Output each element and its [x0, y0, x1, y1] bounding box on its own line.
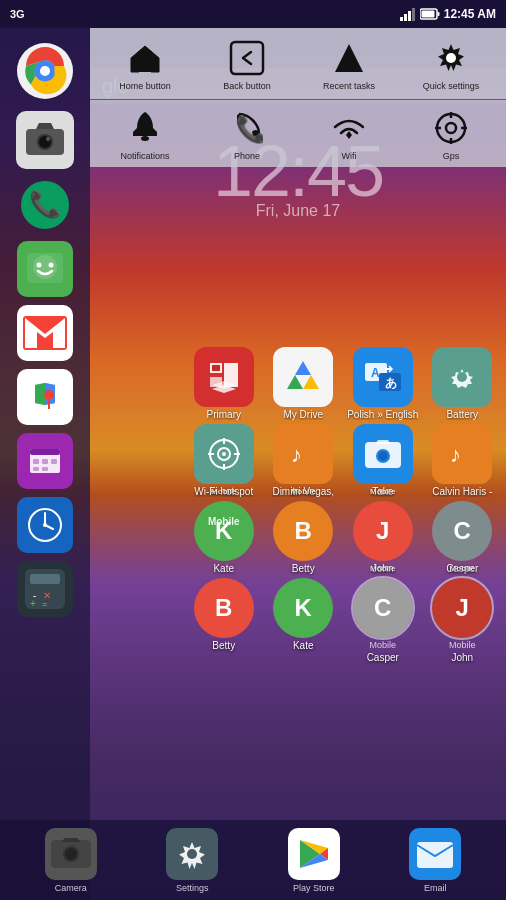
dock-email-icon	[413, 832, 457, 876]
battery-settings-icon	[440, 355, 484, 399]
sidebar-phone[interactable]: 📞	[17, 177, 73, 233]
kate1-avatar: Mobile K Mobile	[194, 501, 254, 561]
toggle-gps[interactable]: Gps	[400, 108, 502, 161]
quick-bar-home[interactable]: Home button	[94, 36, 196, 93]
svg-rect-0	[400, 17, 403, 21]
clock-icon	[23, 503, 67, 547]
svg-rect-6	[421, 11, 434, 18]
notifications-label: Notifications	[120, 151, 169, 161]
svg-point-71	[457, 372, 467, 382]
svg-rect-33	[51, 459, 57, 464]
betty1-avatar: B Mobile	[273, 501, 333, 561]
camera-app-icon	[361, 432, 405, 476]
svg-point-95	[187, 849, 197, 859]
app-battery[interactable]: Battery	[423, 347, 503, 420]
quick-bar-back[interactable]: Back button	[196, 36, 298, 93]
calculator-icon: - ✕ + =	[25, 569, 65, 609]
toggle-wifi[interactable]: Wifi	[298, 108, 400, 161]
betty1-initial: B	[295, 517, 312, 545]
messenger-icon	[25, 249, 65, 289]
svg-text:♪: ♪	[450, 442, 461, 467]
svg-rect-3	[412, 8, 415, 21]
dock-email[interactable]: Email	[409, 828, 461, 893]
svg-rect-35	[42, 467, 48, 471]
sidebar-clock[interactable]	[17, 497, 73, 553]
sidebar-camera[interactable]	[16, 111, 74, 169]
svg-text:=: =	[42, 599, 47, 609]
contact-betty1[interactable]: B Mobile Betty	[264, 501, 344, 574]
bottom-dock: Camera Settings Play Store	[0, 820, 506, 900]
sidebar-calculator[interactable]: - ✕ + =	[17, 561, 73, 617]
john1-avatar: J Mobile	[353, 501, 413, 561]
phone-icon: 📞	[227, 108, 267, 148]
kate1-mobile-badge: Mobile	[211, 487, 236, 496]
kate1-sublabel: Mobile	[208, 516, 240, 527]
svg-rect-48	[231, 42, 263, 74]
signal-icon	[400, 7, 416, 21]
casper2-sublabel: Mobile	[369, 640, 396, 650]
svg-rect-1	[404, 14, 407, 21]
toggle-phone[interactable]: 📞 Phone	[196, 108, 298, 161]
sidebar-gmail[interactable]	[17, 305, 73, 361]
svg-point-54	[446, 123, 456, 133]
contact-betty2[interactable]: B Betty	[184, 578, 264, 651]
dock-playstore-label: Play Store	[293, 883, 335, 893]
svg-point-93	[65, 848, 77, 860]
sidebar-messenger[interactable]	[17, 241, 73, 297]
sidebar-maps[interactable]	[17, 369, 73, 425]
quick-settings-icon	[431, 38, 471, 78]
svg-text:あ: あ	[385, 376, 397, 390]
svg-text:♪: ♪	[291, 442, 302, 467]
dock-settings-icon	[170, 832, 214, 876]
casper1-avatar: C	[432, 501, 492, 561]
betty1-label: Betty	[292, 563, 315, 574]
svg-rect-87	[440, 432, 484, 476]
recent-tasks-label: Recent tasks	[323, 81, 375, 91]
quick-bar-settings[interactable]: Quick settings	[400, 36, 502, 93]
gps-icon	[431, 108, 471, 148]
svg-text:📞: 📞	[29, 188, 62, 220]
betty2-avatar: B	[194, 578, 254, 638]
contact-john2[interactable]: J Mobile Mobile John	[423, 578, 503, 663]
quick-bar-recent[interactable]: Recent tasks	[298, 36, 400, 93]
svg-point-53	[437, 114, 465, 142]
john2-label: John	[451, 652, 473, 663]
primary-label: Primary	[207, 409, 241, 420]
dock-camera-label: Camera	[55, 883, 87, 893]
phone-sidebar-icon: 📞	[21, 181, 69, 229]
casper2-avatar: C Mobile	[353, 578, 413, 638]
casper2-label: Casper	[367, 652, 399, 663]
app-primary[interactable]: Primary	[184, 347, 264, 420]
dock-settings-label: Settings	[176, 883, 209, 893]
svg-point-21	[37, 263, 42, 268]
svg-rect-32	[42, 459, 48, 464]
sidebar-chrome[interactable]	[13, 38, 78, 103]
app-polish-english[interactable]: A あ Polish » English	[343, 347, 423, 420]
contact-casper2[interactable]: C Mobile Mobile Casper	[343, 578, 423, 663]
dock-settings[interactable]: Settings	[166, 828, 218, 893]
svg-text:A: A	[371, 366, 380, 380]
camera-sidebar-icon	[26, 123, 64, 157]
app-mydrive[interactable]: My Drive	[264, 347, 344, 420]
dock-playstore[interactable]: Play Store	[288, 828, 340, 893]
bell-icon	[125, 108, 165, 148]
kate2-initial: K	[295, 594, 312, 622]
primary-icon	[202, 355, 246, 399]
toggles-row: Notifications 📞 Phone	[90, 100, 506, 167]
app-grid: Primary My Drive	[180, 343, 506, 671]
svg-marker-49	[335, 44, 363, 72]
back-button-icon	[227, 38, 267, 78]
home-button-icon	[125, 38, 165, 78]
svg-rect-47	[139, 64, 151, 72]
kate2-label: Kate	[293, 640, 314, 651]
dock-camera[interactable]: Camera	[45, 828, 97, 893]
photos-icon	[25, 441, 65, 481]
dock-camera-icon	[49, 832, 93, 876]
toggle-notifications[interactable]: Notifications	[94, 108, 196, 161]
sidebar-photos[interactable]	[17, 433, 73, 489]
main-panel: Home button Back button Recent tasks	[90, 28, 506, 900]
contact-kate2[interactable]: K Kate	[264, 578, 344, 651]
app-calvin[interactable]: ♪ Calvin Haris -	[423, 424, 503, 497]
contact-kate1[interactable]: Mobile K Mobile Kate	[184, 501, 264, 574]
status-icons: 12:45 AM	[400, 7, 496, 21]
